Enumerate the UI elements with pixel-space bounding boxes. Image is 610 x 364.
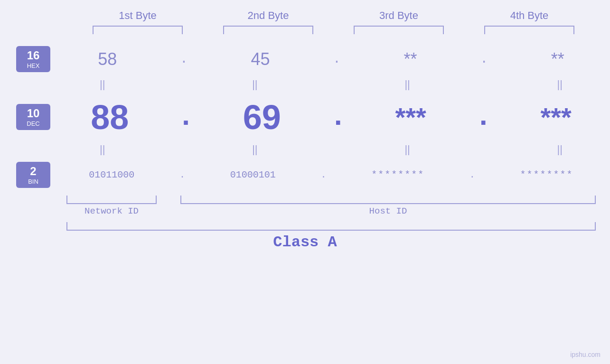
dec-b3: *** — [395, 102, 426, 132]
eq2-b4: || — [557, 143, 563, 156]
bracket-1 — [93, 26, 183, 34]
bin-dot2: . — [320, 169, 326, 180]
network-id-label: Network ID — [84, 206, 139, 216]
host-id-label: Host ID — [369, 206, 407, 216]
class-label: Class A — [273, 233, 337, 251]
dec-dot3: . — [475, 101, 492, 133]
dec-b1: 88 — [91, 98, 129, 137]
hex-b3: ** — [404, 49, 417, 69]
class-bracket — [66, 222, 596, 231]
main-container: 1st Byte 2nd Byte 3rd Byte 4th Byte 16 H… — [0, 0, 610, 364]
dec-dot1: . — [178, 101, 195, 133]
network-bracket — [66, 196, 157, 204]
hex-dot2: . — [333, 52, 341, 66]
hex-dot3: . — [480, 52, 488, 66]
eq1-b3: || — [404, 78, 410, 91]
bin-dot1: . — [179, 169, 185, 180]
eq2-b1: || — [100, 143, 105, 156]
bracket-4 — [484, 26, 574, 34]
dec-b2: 69 — [243, 98, 281, 137]
byte-headers: 1st Byte 2nd Byte 3rd Byte 4th Byte — [73, 9, 595, 22]
header-byte3: 3rd Byte — [347, 9, 451, 22]
header-byte1: 1st Byte — [85, 9, 190, 22]
bin-badge: 2 BIN — [16, 162, 50, 188]
eq2-b2: || — [252, 143, 257, 156]
hex-dot1: . — [180, 52, 188, 66]
dec-b4: *** — [540, 102, 571, 132]
host-bracket — [180, 196, 596, 204]
eq1-b1: || — [100, 78, 105, 91]
eq1-b2: || — [252, 78, 257, 91]
bin-b2: 01000101 — [230, 169, 276, 180]
bracket-3 — [354, 26, 444, 34]
bin-b1: 01011000 — [89, 169, 134, 180]
hex-b2: 45 — [251, 49, 270, 69]
eq2-b3: || — [404, 143, 410, 156]
bin-dot3: . — [469, 169, 475, 180]
top-brackets — [73, 26, 595, 34]
header-byte4: 4th Byte — [477, 9, 582, 22]
eq1-b4: || — [557, 78, 563, 91]
dec-badge: 10 DEC — [16, 104, 50, 130]
bracket-2 — [223, 26, 313, 34]
bin-b4: ******** — [520, 169, 573, 180]
bin-b3: ******** — [371, 169, 424, 180]
header-byte2: 2nd Byte — [216, 9, 320, 22]
hex-b4: ** — [551, 49, 564, 69]
hex-b1: 58 — [98, 49, 117, 69]
watermark: ipshu.com — [570, 351, 601, 358]
dec-dot2: . — [329, 101, 347, 133]
hex-badge: 16 HEX — [16, 46, 50, 72]
